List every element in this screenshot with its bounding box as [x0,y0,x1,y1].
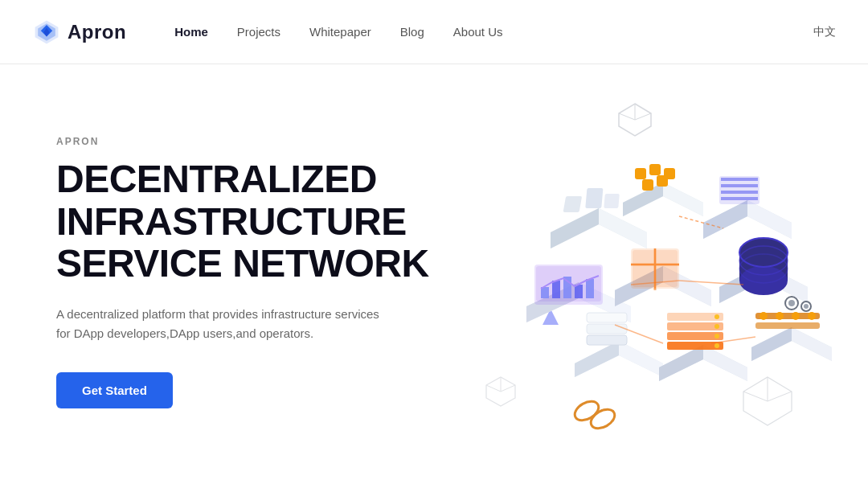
svg-rect-73 [587,324,627,334]
svg-point-82 [714,314,719,319]
logo-text: Apron [68,21,126,43]
svg-rect-47 [552,281,560,298]
svg-marker-71 [619,341,663,377]
svg-rect-40 [721,197,758,200]
svg-line-10 [743,392,768,401]
language-switch[interactable]: 中文 [813,25,836,39]
svg-point-85 [714,343,719,348]
svg-marker-70 [575,341,619,377]
svg-rect-72 [587,313,627,322]
svg-rect-39 [721,191,758,194]
svg-point-84 [714,334,719,338]
svg-rect-29 [649,164,661,175]
hero-section: APRON DECENTRALIZED INFRASTRUCTURE SERVI… [0,64,868,480]
svg-rect-74 [587,335,627,345]
svg-rect-32 [657,175,668,187]
hero-illustration [442,64,836,480]
nav-item-projects[interactable]: Projects [237,25,280,39]
svg-marker-35 [747,200,792,239]
svg-point-92 [776,312,784,320]
svg-point-96 [788,300,795,306]
svg-point-83 [714,324,719,329]
svg-point-98 [804,304,809,309]
get-started-button[interactable]: Get Started [56,372,173,408]
svg-line-15 [501,385,515,392]
navbar: Apron Home Projects Whitepaper Blog Abou… [0,0,868,64]
hero-content: APRON DECENTRALIZED INFRASTRUCTURE SERVI… [56,136,442,408]
svg-point-91 [760,312,768,320]
logo-icon [32,18,61,47]
svg-marker-76 [659,345,703,381]
hero-tag: APRON [56,136,442,147]
svg-line-6 [619,113,635,120]
nav-link-projects[interactable]: Projects [237,25,280,39]
svg-rect-49 [575,285,583,298]
nav-item-about[interactable]: About Us [453,25,503,39]
svg-rect-38 [721,184,758,187]
svg-rect-50 [586,279,594,298]
svg-rect-22 [563,196,583,212]
nav-item-home[interactable]: Home [174,25,208,39]
isometric-scene [446,88,832,441]
nav-item-blog[interactable]: Blog [400,25,424,39]
svg-marker-34 [703,200,747,239]
svg-marker-27 [663,183,703,216]
svg-rect-28 [635,168,646,179]
nav-link-blog[interactable]: Blog [400,25,424,39]
svg-rect-90 [755,322,820,329]
logo[interactable]: Apron [32,18,126,47]
svg-point-93 [792,312,800,320]
svg-point-17 [571,397,602,424]
svg-rect-31 [642,179,653,191]
svg-point-94 [808,312,816,320]
svg-line-14 [486,385,501,392]
nav-links: Home Projects Whitepaper Blog About Us [174,25,813,39]
nav-link-home[interactable]: Home [174,25,208,39]
svg-line-7 [635,113,651,120]
svg-rect-23 [585,188,603,208]
nav-item-whitepaper[interactable]: Whitepaper [309,25,371,39]
hero-description: A decentralized platform that provides i… [56,305,394,343]
svg-rect-24 [604,194,620,208]
svg-marker-20 [551,208,599,248]
nav-link-whitepaper[interactable]: Whitepaper [309,25,371,39]
nav-link-about[interactable]: About Us [453,25,503,39]
svg-rect-37 [721,178,758,181]
isometric-svg [446,88,832,441]
svg-line-11 [768,392,792,401]
hero-title: DECENTRALIZED INFRASTRUCTURE SERVICE NET… [56,158,442,285]
svg-marker-77 [703,345,747,381]
svg-marker-87 [751,327,792,361]
svg-point-18 [588,405,618,432]
svg-marker-88 [792,327,832,361]
